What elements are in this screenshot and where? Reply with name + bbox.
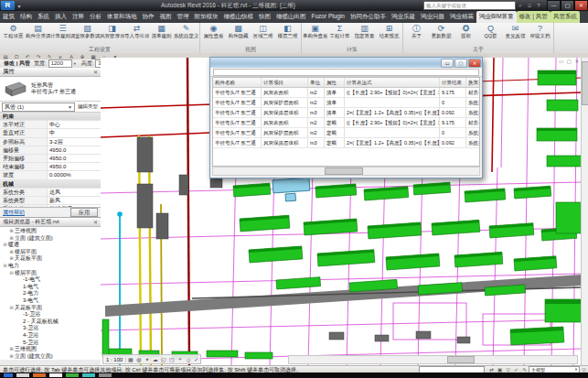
ribbon-button[interactable]: ◫ 区域三维: [251, 23, 275, 46]
toolbar-icon[interactable]: ▦: [88, 54, 99, 59]
column-header[interactable]: 计算结果: [440, 78, 466, 87]
property-value[interactable]: 新风: [48, 197, 101, 204]
column-header[interactable]: 单位: [308, 78, 325, 87]
table-row[interactable]: 半径弯头/T 形三通 风管保温层体积 m3 清单 2×(【宽度】1.2+【高度】…: [213, 108, 479, 118]
expand-icon[interactable]: ⊞: [8, 255, 15, 263]
property-value[interactable]: 4950.0: [48, 163, 101, 170]
tree-item[interactable]: -1-电气: [0, 276, 101, 284]
toolbar-icon[interactable]: A: [66, 54, 77, 59]
scrollbar-thumb[interactable]: [447, 356, 475, 363]
ribbon-button[interactable]: Q QQ群: [478, 23, 503, 46]
column-header[interactable]: 构件名称: [213, 78, 262, 87]
expand-icon[interactable]: ⊟: [2, 263, 8, 270]
ribbon-button[interactable]: ⟳ 更新数据: [429, 23, 454, 46]
property-value[interactable]: [14, 180, 101, 188]
property-row[interactable]: 结束偏移 4950.0: [0, 163, 101, 171]
toolbar-icon[interactable]: ⊕: [77, 54, 88, 59]
ribbon-button[interactable]: ◉ 属性查看: [201, 23, 226, 46]
type-selector[interactable]: 风管 (1) ▼: [2, 103, 75, 112]
ribbon-button[interactable]: ◨ 风管壁厚设置: [100, 23, 124, 46]
property-value[interactable]: 送风: [48, 189, 101, 196]
start-button[interactable]: [4, 373, 13, 377]
tree-item[interactable]: 2-电力: [0, 290, 101, 297]
ribbon-tab[interactable]: 橄榄山快模: [221, 11, 257, 23]
property-value[interactable]: 4950.0: [48, 155, 101, 162]
ribbon-button[interactable]: ▩ 构件隐藏: [226, 23, 251, 46]
column-header[interactable]: 换算量: [466, 78, 479, 87]
tree-item[interactable]: 1-电气: [0, 284, 101, 291]
width-input[interactable]: 1200: [48, 59, 72, 68]
expand-icon[interactable]: ⊞: [8, 249, 15, 256]
ribbon-tab[interactable]: 建筑: [0, 11, 17, 23]
ribbon-tab[interactable]: 协作: [140, 11, 157, 23]
property-value[interactable]: 3-2层: [48, 138, 101, 146]
ribbon-tab[interactable]: Fuzor Plugin: [309, 11, 348, 23]
expand-icon[interactable]: ⊞: [8, 353, 15, 360]
ribbon-button[interactable]: ✪ 授权: [454, 23, 478, 46]
column-header[interactable]: 计算表达式: [345, 78, 440, 87]
tree-item[interactable]: ⊞三维视图: [0, 228, 101, 235]
ribbon-button[interactable]: ▧ 受限参数调整: [75, 23, 100, 46]
view-control-icon[interactable]: ✓: [192, 356, 200, 362]
taskbar-item[interactable]: [66, 373, 79, 377]
tree-item[interactable]: 4-卫浴: [0, 332, 101, 340]
edit-type-button[interactable]: 编辑类型: [77, 103, 101, 110]
tree-item[interactable]: 5-卫浴: [0, 340, 101, 347]
ribbon-button[interactable]: ⊞ 结果预览: [377, 23, 401, 46]
toolbar-icon[interactable]: ↷: [33, 54, 44, 59]
taskbar-item[interactable]: [99, 373, 112, 377]
ribbon-button[interactable]: ✎ 系统自定义: [174, 23, 198, 46]
dialog-filter-input[interactable]: [213, 69, 479, 76]
ribbon-tab[interactable]: 管理: [175, 11, 192, 23]
ribbon-tab[interactable]: 鸿业BIM算量: [476, 11, 517, 23]
ribbon-tab[interactable]: 插入: [52, 11, 69, 23]
ribbon-button[interactable]: Σ 工程计算: [327, 23, 352, 46]
tree-item[interactable]: ⊞三维视图: [0, 346, 101, 353]
table-row[interactable]: 半径弯头/T 形三通 风管表面积 m2 清单 ((【长度】2.90+【预留】0)…: [213, 88, 479, 98]
property-value[interactable]: 中心: [48, 121, 101, 128]
chevron-down-icon[interactable]: ▼: [73, 61, 77, 66]
table-row[interactable]: 半径弯头/T 形三通 风管保温层体积 m3 定额 2×(【宽度】1.2+【高度】…: [213, 138, 479, 148]
help-icon[interactable]: ?: [534, 3, 543, 8]
ribbon-tab[interactable]: 分析: [87, 11, 104, 23]
expand-icon[interactable]: ⊞: [8, 235, 15, 243]
tree-item[interactable]: -1-卫浴: [0, 311, 101, 319]
tree-item[interactable]: ⊟暖通: [0, 242, 101, 249]
tree-item[interactable]: ⊞楼层平面: [0, 249, 101, 256]
property-row[interactable]: 开始偏移 4950.0: [0, 155, 101, 163]
ribbon-button[interactable]: ▦ 清单规则: [149, 23, 174, 46]
ribbon-tab[interactable]: 橄榄山出图: [273, 11, 309, 23]
ribbon-tab[interactable]: 修改 | 风管: [517, 11, 551, 23]
property-row[interactable]: 约束: [0, 113, 101, 121]
ribbon-tab[interactable]: 协同办公助手: [347, 11, 389, 23]
ribbon-button[interactable]: ⓘ 关于: [404, 23, 429, 46]
table-row[interactable]: 半径弯头/T 形三通 风管保护层面积 m2 定额 0 系统类型: [213, 128, 479, 138]
view-control-icon[interactable]: ☀: [143, 356, 151, 362]
ribbon-tab[interactable]: 系统: [35, 11, 52, 23]
toolbar-icon[interactable]: ⊡: [11, 54, 22, 59]
ribbon-tab[interactable]: 结构: [17, 11, 35, 23]
search-icon[interactable]: ⌕: [516, 3, 525, 9]
property-row[interactable]: 机械: [0, 180, 101, 189]
scrollbar-thumb[interactable]: [582, 61, 588, 105]
user-account-icon[interactable]: ☺: [525, 3, 534, 8]
apply-button[interactable]: 应用: [70, 208, 98, 217]
expand-icon[interactable]: ⊟: [8, 305, 15, 312]
scrollbar-thumb[interactable]: [325, 167, 363, 175]
dialog-close-button[interactable]: ✕: [468, 59, 481, 68]
property-row[interactable]: 坡度 0.0000%: [0, 171, 101, 179]
property-value[interactable]: 0.0000%: [48, 171, 101, 178]
view-control-icon[interactable]: ◳: [167, 356, 176, 362]
toolbar-icon[interactable]: ✎: [44, 54, 55, 59]
dialog-maximize-button[interactable]: ▢: [454, 59, 467, 68]
minimize-button[interactable]: —: [547, 0, 561, 11]
ribbon-tab[interactable]: 鸿业精装: [447, 11, 476, 23]
property-row[interactable]: 系统类型 新风: [0, 197, 101, 205]
column-header[interactable]: 计算项目: [262, 78, 308, 87]
dialog-minimize-button[interactable]: ▭: [441, 59, 454, 68]
ribbon-tab[interactable]: 鸿业问题: [418, 11, 447, 23]
property-row[interactable]: 系统分类 送风: [0, 189, 101, 197]
ribbon-button[interactable]: ⚙ 工程设置: [1, 23, 26, 46]
tree-item[interactable]: ⊟电力: [0, 263, 101, 270]
toolbar-icon[interactable]: ▤: [0, 54, 11, 59]
